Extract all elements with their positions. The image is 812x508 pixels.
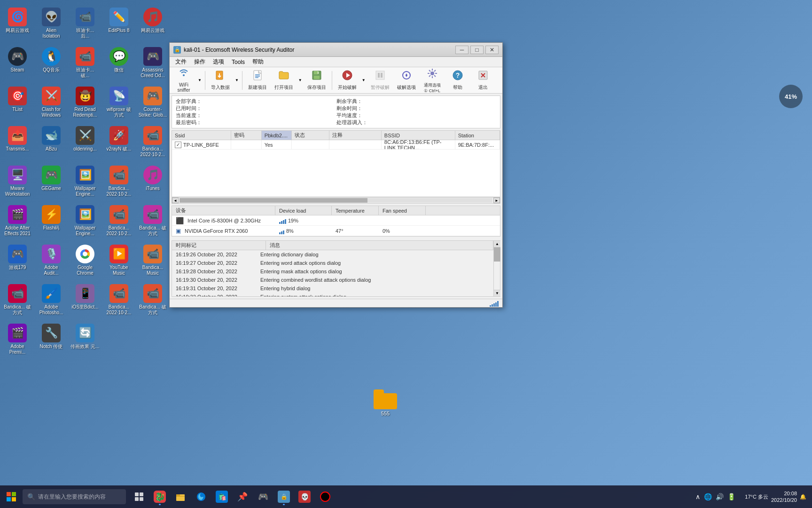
toolbar-open-project[interactable]: 打开项目 bbox=[271, 69, 297, 92]
desktop-icon-wallpaper2[interactable]: 🖼️ Wallpaper Engine... bbox=[70, 202, 100, 240]
log-scroll-up[interactable]: ▲ bbox=[494, 241, 500, 247]
menu-help[interactable]: 帮助 bbox=[249, 57, 267, 67]
toolbar-wifi-sniffer[interactable]: WiFisniffer bbox=[172, 69, 196, 92]
toolbar-common-options[interactable]: 通用选项① Ctrl+L bbox=[420, 69, 445, 92]
toolbar-help[interactable]: ? 帮助 bbox=[445, 69, 470, 92]
desktop-icon-chuandong[interactable]: 🔄 传画效果 元... bbox=[70, 321, 100, 358]
desktop-icon-bandicam2[interactable]: 📹 班迪卡...破... bbox=[70, 44, 100, 82]
toolbar-crack-options[interactable]: 破解选项 bbox=[394, 69, 419, 92]
scroll-right-arrow[interactable]: ► bbox=[493, 198, 500, 203]
desktop-icon-bandicam5[interactable]: 📹 Bandica... 2022·10·2... bbox=[104, 202, 134, 240]
taskbar-app-dragon[interactable]: 🐉 bbox=[150, 487, 169, 506]
title-bar[interactable]: 🔒 kali-01 - Elcomsoft Wireless Security … bbox=[170, 43, 502, 57]
h-scrollbar[interactable]: ◄ ► bbox=[172, 197, 500, 204]
toolbar-exit[interactable]: 退出 bbox=[471, 69, 495, 92]
desktop-icon-gegame[interactable]: 🎮 GEGame bbox=[36, 163, 66, 200]
taskbar-app-record[interactable]: ⏺ bbox=[316, 487, 335, 506]
desktop-icon-clashfor[interactable]: ⚔️ Clash for Windows bbox=[36, 84, 66, 121]
taskbar-search[interactable]: 🔍 请在里输入您要搜索的内容 bbox=[23, 489, 126, 504]
desktop-icon-bandicam6[interactable]: 📹 Bandica... Music bbox=[138, 242, 168, 279]
log-scroll-down[interactable]: ▼ bbox=[494, 290, 500, 296]
desktop-icon-premiere[interactable]: 🎬 Adobe Premi... bbox=[2, 321, 32, 358]
row-checkbox[interactable]: ✓ bbox=[175, 142, 181, 148]
new-project-label: 新建项目 bbox=[248, 84, 267, 91]
desktop-icon-bandicam1[interactable]: 📹 班迪卡...后... bbox=[70, 5, 100, 42]
scroll-track[interactable] bbox=[180, 198, 492, 203]
start-button[interactable] bbox=[0, 485, 23, 508]
taskbar-clock[interactable]: 20:08 2022/10/20 bbox=[771, 490, 797, 504]
desktop-icon-wechat[interactable]: 💬 微信 bbox=[104, 44, 134, 82]
desktop-icon-1[interactable]: 🌀 网易云游戏 bbox=[2, 5, 32, 42]
desktop-icon-tlist[interactable]: 🎯 TList bbox=[2, 84, 32, 121]
tray-volume[interactable]: 🔊 bbox=[716, 493, 724, 500]
close-button[interactable]: ✕ bbox=[485, 46, 499, 54]
notifications[interactable]: 🔔 bbox=[800, 494, 806, 500]
desktop-icon-alien[interactable]: 👽 Alien Isolation bbox=[36, 5, 66, 42]
log-v-scrollbar[interactable]: ▲ ▼ bbox=[493, 241, 500, 296]
toolbar-import[interactable]: 导入数据 bbox=[208, 69, 233, 92]
toolbar-save-project[interactable]: 保存项目 bbox=[304, 69, 329, 92]
taskbar-app-edge[interactable] bbox=[192, 487, 211, 506]
import-arrow[interactable]: ▼ bbox=[234, 69, 240, 92]
desktop-icon-wangyi[interactable]: 🎵 网易云游戏 bbox=[138, 5, 168, 42]
desktop-icon-bandicam-music[interactable]: 📹 Bandica... 破方式 bbox=[138, 202, 168, 240]
scroll-left-arrow[interactable]: ◄ bbox=[172, 198, 179, 203]
desktop-icon-qq[interactable]: 🐧 QQ音乐 bbox=[36, 44, 66, 82]
taskbar-app-elcomsoft[interactable]: 🔒 bbox=[274, 487, 293, 506]
taskbar-app-taskview[interactable] bbox=[130, 487, 148, 506]
desktop-icon-abzu[interactable]: 🐋 ABzu bbox=[36, 123, 66, 161]
taskbar-app-store[interactable]: 🛍️ bbox=[212, 487, 231, 506]
toolbar-pause-crack[interactable]: 暂停破解 bbox=[367, 69, 393, 92]
taskbar-app-explorer[interactable] bbox=[171, 487, 190, 506]
desktop-folder-555[interactable]: 555 bbox=[374, 389, 397, 416]
desktop-icon-photoshop[interactable]: 🖌️ Adobe Photosho... bbox=[36, 281, 66, 319]
toolbar-start-crack[interactable]: 开始破解 bbox=[335, 69, 360, 92]
desktop-icon-wifiproxe[interactable]: 📡 wifiproxe 破方式 bbox=[104, 84, 134, 121]
desktop-icon-wallpaper1[interactable]: 🖼️ Wallpaper Engine... bbox=[70, 163, 100, 200]
desktop-icon-v2rayn[interactable]: 🚀 v2rayN 破... bbox=[104, 123, 134, 161]
dragon-icon: 🐉 bbox=[154, 491, 166, 503]
desktop-icon-editplus[interactable]: ✏️ EditPlus 8 bbox=[104, 5, 134, 42]
desktop-icon-aftereffects[interactable]: 🎬 Adobe After Effects 2021 bbox=[2, 202, 32, 240]
tray-chevron[interactable]: ∧ bbox=[695, 493, 700, 500]
taskbar-app-game[interactable]: 🎮 bbox=[254, 487, 273, 506]
svg-rect-23 bbox=[7, 492, 11, 496]
desktop-icon-bandicam9[interactable]: 📹 Bandica... 破方式 bbox=[138, 281, 168, 319]
desktop-icon-transmis[interactable]: 📤 Transmis... bbox=[2, 123, 32, 161]
desktop-icon-steam[interactable]: 🎮 Steam bbox=[2, 44, 32, 82]
desktop-icon-chrome[interactable]: Google Chrome bbox=[70, 242, 100, 279]
desktop-icon-youtube[interactable]: ▶️ YouTube Music bbox=[104, 242, 134, 279]
tray-network[interactable]: 🌐 bbox=[704, 493, 712, 500]
scroll-thumb[interactable] bbox=[180, 198, 367, 203]
desktop-icon-counterstrike[interactable]: 🎮 Counter-Strike: Glob... bbox=[138, 84, 168, 121]
open-project-arrow[interactable]: ▼ bbox=[297, 69, 303, 92]
desktop-icon-reddeadredem[interactable]: 🤠 Red Dead Redempti... bbox=[70, 84, 100, 121]
menu-file[interactable]: 文件 bbox=[172, 57, 190, 67]
desktop-icon-bandicam4[interactable]: 📹 Bandica... 2022·10·2... bbox=[104, 163, 134, 200]
minimize-button[interactable]: ─ bbox=[455, 46, 468, 54]
desktop-icon-game179[interactable]: 🎮 游戏179 bbox=[2, 242, 32, 279]
desktop-icon-mware[interactable]: 🖥️ Mware Workstation bbox=[2, 163, 32, 200]
taskbar-app-media[interactable]: 📌 bbox=[233, 487, 252, 506]
tray-battery[interactable]: 🔋 bbox=[727, 493, 735, 500]
desktop-icon-bandicam8[interactable]: 📹 Bandica... 2022·10·2... bbox=[104, 281, 134, 319]
cpu-adjust-row: 处理器调入： bbox=[336, 119, 496, 126]
desktop-icon-audition[interactable]: 🎙️ Adobe Audit... bbox=[36, 242, 66, 279]
toolbar-new-project[interactable]: 新建项目 bbox=[245, 69, 270, 92]
wifi-sniffer-arrow[interactable]: ▼ bbox=[197, 69, 203, 92]
table-row[interactable]: ✓ TP-LINK_B6FE Yes 8C:A6:DF:13:B6:FE (TP… bbox=[172, 140, 500, 150]
menu-tools[interactable]: Tools bbox=[228, 58, 249, 66]
desktop-icon-bandicam3[interactable]: 📹 Bandica... 2022·10·2... bbox=[138, 123, 168, 161]
desktop-icon-itunes[interactable]: 🎵 iTunes bbox=[138, 163, 168, 200]
start-crack-arrow[interactable]: ▼ bbox=[361, 69, 367, 92]
taskbar-app-terminal[interactable]: 💀 bbox=[295, 487, 314, 506]
maximize-button[interactable]: □ bbox=[470, 46, 484, 54]
menu-action[interactable]: 操作 bbox=[190, 57, 209, 67]
desktop-icon-bandicam7[interactable]: 📹 Bandica... 破方式 bbox=[2, 281, 32, 319]
desktop-icon-notch[interactable]: 🔧 Notch 传使 bbox=[36, 321, 66, 358]
menu-options[interactable]: 选项 bbox=[209, 57, 228, 67]
desktop-icon-oldenring[interactable]: ⚔️ oldenring... bbox=[70, 123, 100, 161]
desktop-icon-assassins[interactable]: 🎮 Assassins Creed Od... bbox=[138, 44, 168, 82]
desktop-icon-flash[interactable]: ⚡ Flash码 bbox=[36, 202, 66, 240]
desktop-icon-iosbdict[interactable]: 📱 iOS里Bdict... bbox=[70, 281, 100, 319]
